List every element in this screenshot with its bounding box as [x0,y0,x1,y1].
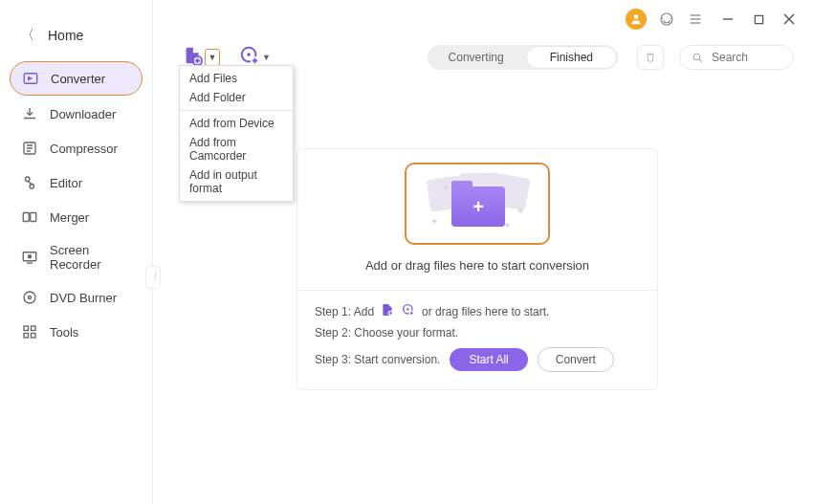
search-field[interactable] [679,45,794,70]
screen-recorder-icon [21,249,38,266]
step-1: Step 1: Add or drag files here to start. [315,302,640,320]
trash-icon [644,51,657,64]
svg-point-27 [693,54,700,60]
nav-list: Converter Downloader Compressor Editor M… [0,61,152,348]
nav-label: Tools [50,325,78,340]
start-all-button[interactable]: Start All [450,348,527,371]
svg-point-17 [24,292,35,303]
folder-illustration: ✦✦✦✦ + [425,173,530,234]
tab-converting[interactable]: Converting [428,45,525,70]
svg-point-12 [30,185,34,189]
nav-label: Converter [51,72,105,86]
sidebar-item-editor[interactable]: Editor [10,166,143,199]
home-label: Home [48,28,83,43]
converter-icon [22,70,39,87]
sidebar-item-merger[interactable]: Merger [10,201,143,233]
dropzone-hero[interactable]: ✦✦✦✦ + [405,163,550,245]
nav-label: Screen Recorder [50,243,131,272]
svg-rect-21 [24,334,29,339]
svg-rect-19 [24,326,29,331]
back-icon: 〈 [21,27,34,44]
menu-item-add-folder[interactable]: Add Folder [180,88,293,107]
sidebar-item-tools[interactable]: Tools [10,316,143,348]
add-dvd-icon [401,302,416,320]
sidebar-item-dvd-burner[interactable]: DVD Burner [10,281,143,314]
sidebar-item-downloader[interactable]: Downloader [10,98,143,130]
menu-item-add-files[interactable]: Add Files [180,69,293,88]
sidebar-item-compressor[interactable]: Compressor [10,132,143,164]
downloader-icon [21,105,38,122]
add-files-caret[interactable]: ▼ [205,49,220,66]
editor-icon [21,174,38,191]
tools-icon [21,323,38,340]
divider [297,290,657,291]
step-2: Step 2: Choose your format. [315,326,640,340]
delete-button[interactable] [637,45,664,70]
sidebar-item-screen-recorder[interactable]: Screen Recorder [10,235,143,279]
svg-point-11 [26,177,31,182]
convert-button[interactable]: Convert [538,347,614,372]
add-files-icon [380,302,395,320]
merger-icon [21,208,38,226]
menu-item-add-from-camcorder[interactable]: Add from Camcorder [180,133,293,165]
folder-icon: + [451,186,505,227]
dvd-burner-icon [21,289,38,306]
dropzone-title: Add or drag files here to start conversi… [315,258,640,273]
home-nav[interactable]: 〈 Home [0,17,152,61]
svg-point-18 [29,296,32,299]
svg-point-31 [406,308,408,310]
svg-rect-20 [32,326,36,331]
step-3-row: Step 3: Start conversion. Start All Conv… [315,347,640,372]
status-tabs: Converting Finished [428,45,618,70]
search-icon [692,52,704,64]
svg-rect-13 [23,213,29,222]
nav-label: Compressor [50,142,118,156]
svg-point-16 [29,255,32,258]
plus-icon: + [472,196,484,218]
sidebar-item-converter[interactable]: Converter [10,61,143,96]
step-3-label: Step 3: Start conversion. [315,353,440,366]
dropzone-card: ✦✦✦✦ + Add or drag files here to start c… [297,148,658,390]
chevron-down-icon: ▼ [262,53,271,62]
menu-item-add-from-device[interactable]: Add from Device [180,114,293,133]
nav-label: Editor [50,176,82,190]
nav-label: DVD Burner [50,291,117,305]
tab-finished[interactable]: Finished [527,47,616,68]
nav-label: Downloader [50,107,116,121]
menu-item-add-output-format[interactable]: Add in output format [180,165,293,198]
svg-rect-22 [32,334,36,339]
compressor-icon [21,140,38,157]
add-files-dropdown: Add Files Add Folder Add from Device Add… [179,65,294,202]
main-area: ▼ ▼ Converting Finished Add Files Add Fo… [153,0,813,504]
svg-line-28 [699,59,702,62]
search-input[interactable] [712,51,781,64]
svg-point-25 [247,53,251,56]
sidebar: 〈 Home Converter Downloader Compressor E… [0,0,153,504]
nav-label: Merger [50,210,89,225]
svg-rect-14 [31,213,36,222]
